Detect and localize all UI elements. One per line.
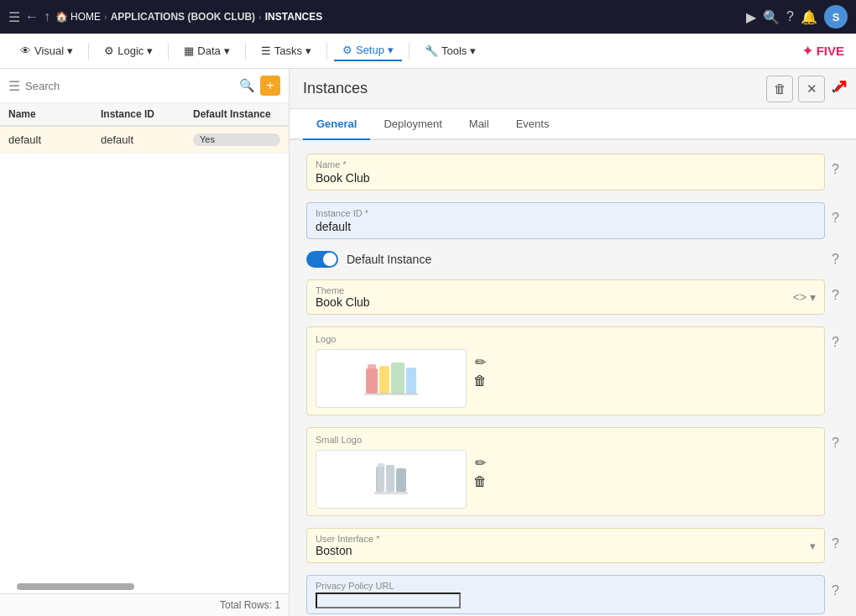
toolbar-setup[interactable]: ⚙ Setup ▾: [334, 40, 402, 61]
search-input[interactable]: [25, 80, 234, 92]
form-body: Name * ? Instance ID * ? Default: [290, 140, 856, 616]
delete-record-button[interactable]: 🗑: [766, 76, 793, 102]
small-logo-row: Small Logo: [306, 427, 839, 516]
tools-chevron: ▾: [470, 44, 476, 57]
default-instance-row: Default Instance ?: [306, 251, 839, 268]
back-icon[interactable]: ←: [25, 9, 39, 24]
visual-chevron: ▾: [67, 44, 73, 57]
name-field: Name *: [306, 154, 825, 191]
code-icon[interactable]: <>: [793, 290, 806, 304]
small-logo-help-icon[interactable]: ?: [832, 436, 839, 451]
table-header: Name Instance ID Default Instance: [0, 103, 289, 127]
close-panel-button[interactable]: ✕: [798, 76, 825, 102]
default-instance-toggle[interactable]: [306, 251, 338, 268]
save-button[interactable]: ✓: [830, 80, 843, 98]
data-label: Data: [197, 44, 220, 57]
tab-events[interactable]: Events: [503, 109, 563, 140]
toolbar-tasks[interactable]: ☰ Tasks ▾: [253, 41, 320, 60]
row-default-badge: Yes: [193, 133, 280, 146]
toolbar-separator-5: [409, 43, 410, 60]
toolbar-data[interactable]: ▦ Data ▾: [175, 41, 237, 60]
home-icon: 🏠: [55, 11, 68, 23]
logo-label: Logo: [316, 334, 816, 344]
five-star-icon: ✦: [802, 44, 813, 59]
five-label: FIVE: [817, 44, 844, 58]
privacy-url-field: Privacy Policy URL: [306, 575, 825, 614]
play-button[interactable]: ▶: [746, 9, 756, 25]
theme-row: Theme Book Club <> ▾ ?: [306, 279, 839, 315]
instance-id-help-icon[interactable]: ?: [832, 211, 839, 226]
table-footer: Total Rows: 1: [0, 593, 289, 616]
toggle-slider: [306, 251, 338, 268]
tab-mail[interactable]: Mail: [456, 109, 503, 140]
list-table: Name Instance ID Default Instance defaul…: [0, 103, 289, 575]
panel-header: Instances 🗑 ✕ ✓: [290, 69, 856, 109]
user-interface-chevron-icon[interactable]: ▾: [810, 540, 816, 552]
default-instance-help-icon[interactable]: ?: [832, 252, 839, 267]
theme-help-icon[interactable]: ?: [832, 288, 839, 303]
add-button[interactable]: +: [260, 76, 280, 96]
privacy-url-help-icon[interactable]: ?: [832, 583, 839, 598]
panel-title: Instances: [303, 80, 766, 97]
tools-icon: 🔧: [425, 44, 438, 57]
breadcrumb-applications[interactable]: APPLICATIONS (BOOK CLUB): [111, 11, 255, 23]
logo-image: [358, 356, 425, 402]
toolbar-separator-2: [168, 43, 169, 60]
default-instance-label: Default Instance: [347, 253, 431, 266]
home-link[interactable]: 🏠 HOME: [55, 11, 101, 23]
name-input[interactable]: [316, 171, 816, 185]
tasks-label: Tasks: [274, 44, 302, 57]
avatar[interactable]: S: [824, 5, 848, 29]
svg-rect-10: [374, 492, 408, 494]
instance-id-input[interactable]: [316, 220, 816, 233]
breadcrumb-instances[interactable]: INSTANCES: [265, 11, 322, 23]
main-layout: ☰ 🔍 + Name Instance ID Default Instance …: [0, 69, 856, 616]
bell-button[interactable]: 🔔: [801, 9, 817, 25]
small-logo-edit-button[interactable]: ✏: [473, 455, 487, 471]
theme-dropdown-icons[interactable]: <> ▾: [793, 290, 816, 304]
home-label[interactable]: HOME: [70, 11, 101, 23]
tab-deployment[interactable]: Deployment: [370, 109, 455, 140]
panel-actions: 🗑 ✕ ✓: [766, 76, 843, 102]
menu-icon[interactable]: ☰: [8, 9, 20, 25]
chevron-down-icon[interactable]: ▾: [810, 290, 816, 304]
search-button[interactable]: 🔍: [763, 9, 780, 25]
scrollbar-area: [0, 575, 289, 593]
logo-edit-button[interactable]: ✏: [473, 354, 487, 370]
theme-value: Book Club: [316, 295, 793, 309]
table-row[interactable]: default default Yes: [0, 127, 289, 154]
col-name-header: Name: [8, 108, 101, 120]
user-interface-field[interactable]: User Interface * Boston ▾: [306, 528, 825, 563]
scrollbar-thumb[interactable]: [17, 583, 134, 590]
user-interface-row: User Interface * Boston ▾ ?: [306, 528, 839, 563]
svg-rect-5: [364, 393, 418, 395]
toolbar-logic[interactable]: ⚙ Logic ▾: [96, 41, 161, 60]
name-help-icon[interactable]: ?: [832, 162, 839, 177]
toolbar-tools[interactable]: 🔧 Tools ▾: [416, 41, 484, 60]
tab-general[interactable]: General: [303, 109, 370, 140]
help-button[interactable]: ?: [786, 9, 794, 24]
instance-id-label: Instance ID *: [316, 208, 816, 218]
search-icon[interactable]: 🔍: [239, 78, 255, 93]
sidebar-menu-icon[interactable]: ☰: [8, 78, 20, 94]
toolbar-visual[interactable]: 👁 Visual ▾: [12, 41, 81, 60]
setup-icon: ⚙: [342, 44, 352, 56]
tasks-chevron: ▾: [305, 44, 311, 57]
logo-help-icon[interactable]: ?: [832, 335, 839, 350]
privacy-url-label: Privacy Policy URL: [316, 581, 816, 591]
privacy-url-input[interactable]: [316, 593, 461, 608]
svg-rect-1: [368, 364, 376, 394]
svg-rect-9: [396, 468, 406, 492]
small-logo-field: Small Logo: [306, 427, 825, 516]
small-logo-delete-button[interactable]: 🗑: [473, 474, 487, 489]
data-icon: ▦: [184, 44, 194, 57]
eye-icon: 👁: [20, 44, 31, 57]
up-icon[interactable]: ↑: [44, 9, 50, 24]
small-logo-image: [358, 457, 425, 503]
left-panel: ☰ 🔍 + Name Instance ID Default Instance …: [0, 69, 290, 616]
logo-delete-button[interactable]: 🗑: [473, 373, 487, 389]
theme-field[interactable]: Theme Book Club <> ▾: [306, 279, 825, 315]
theme-label: Theme: [316, 285, 793, 295]
privacy-url-row: Privacy Policy URL ?: [306, 575, 839, 614]
user-interface-help-icon[interactable]: ?: [832, 536, 839, 551]
